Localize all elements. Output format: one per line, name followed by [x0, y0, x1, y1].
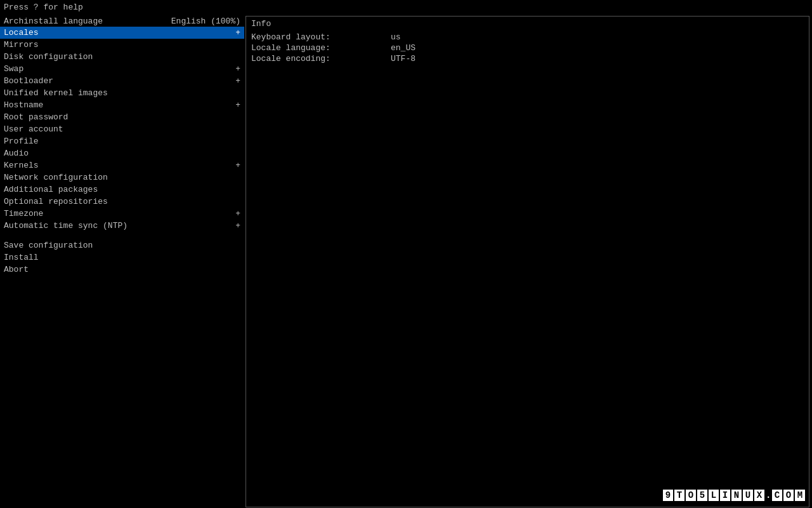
- menu-item-user-account[interactable]: User account: [0, 123, 244, 135]
- info-val-1: en_US: [391, 43, 416, 53]
- action-label-abort: Abort: [4, 265, 240, 274]
- watermark-char: I: [720, 490, 730, 501]
- menu-item-label-root-password: Root password: [4, 112, 235, 122]
- menu-item-additional-packages[interactable]: Additional packages: [0, 184, 244, 196]
- menu-item-network-config[interactable]: Network configuration: [0, 171, 244, 184]
- menu-item-value-profile: [235, 137, 240, 146]
- menu-item-locales[interactable]: Locales+: [0, 27, 244, 39]
- menu-item-kernels[interactable]: Kernels+: [0, 159, 244, 171]
- menu-item-value-network-config: [235, 173, 240, 182]
- menu-item-label-user-account: User account: [4, 124, 235, 134]
- actions-list: Save configurationInstallAbort: [0, 239, 244, 276]
- info-title: Info: [251, 19, 804, 29]
- info-lines: Keyboard layout:usLocale language:en_USL…: [251, 32, 804, 64]
- info-line-2: Locale encoding:UTF-8: [251, 54, 804, 64]
- menu-item-value-timezone: +: [230, 209, 240, 218]
- menu-item-swap[interactable]: Swap+: [0, 63, 244, 75]
- menu-item-label-bootloader: Bootloader: [4, 76, 230, 86]
- menu-item-value-audio: [235, 149, 240, 158]
- watermark-char: 5: [697, 490, 707, 501]
- menu-item-disk-config[interactable]: Disk configuration: [0, 51, 244, 63]
- action-save-config[interactable]: Save configuration: [0, 239, 244, 251]
- info-line-0: Keyboard layout:us: [251, 32, 804, 42]
- info-line-1: Locale language:en_US: [251, 43, 804, 53]
- menu-item-value-hostname: +: [230, 100, 240, 110]
- menu-item-label-disk-config: Disk configuration: [4, 52, 235, 62]
- menu-item-value-additional-packages: [235, 185, 240, 194]
- info-key-1: Locale language:: [251, 43, 391, 53]
- archinstall-language-label: Archinstall language: [4, 17, 103, 26]
- header-text: Press ? for help: [4, 3, 83, 12]
- menu-item-unified-kernel[interactable]: Unified kernel images: [0, 87, 244, 99]
- info-val-2: UTF-8: [391, 54, 416, 64]
- menu-item-value-mirrors: [235, 40, 240, 50]
- menu-item-bootloader[interactable]: Bootloader+: [0, 75, 244, 87]
- info-key-2: Locale encoding:: [251, 54, 391, 64]
- action-label-save-config: Save configuration: [4, 241, 240, 250]
- watermark-char: C: [772, 490, 782, 501]
- menu-item-label-locales: Locales: [4, 28, 230, 37]
- menu-item-label-optional-repos: Optional repositories: [4, 197, 235, 206]
- watermark-char: O: [686, 490, 696, 501]
- watermark-char: M: [795, 490, 805, 501]
- menu-item-label-network-config: Network configuration: [4, 173, 235, 182]
- info-key-0: Keyboard layout:: [251, 32, 391, 42]
- menu-item-value-kernels: +: [230, 161, 240, 170]
- archinstall-language-value: English (100%): [171, 17, 240, 26]
- menu-item-label-hostname: Hostname: [4, 100, 230, 110]
- watermark-char: U: [743, 490, 753, 501]
- menu-item-value-disk-config: [235, 52, 240, 62]
- menu-item-value-bootloader: +: [230, 76, 240, 86]
- menu-item-value-user-account: [235, 124, 240, 134]
- menu-item-value-swap: +: [230, 64, 240, 74]
- menu-item-root-password[interactable]: Root password: [0, 111, 244, 123]
- watermark-char: L: [709, 490, 719, 501]
- info-val-0: us: [391, 32, 401, 42]
- action-label-install: Install: [4, 253, 240, 262]
- menu-item-label-kernels: Kernels: [4, 161, 230, 170]
- action-install[interactable]: Install: [0, 251, 244, 264]
- action-abort[interactable]: Abort: [0, 264, 244, 276]
- menu-item-optional-repos[interactable]: Optional repositories: [0, 196, 244, 208]
- menu-item-label-additional-packages: Additional packages: [4, 185, 235, 194]
- info-panel: Info Keyboard layout:usLocale language:e…: [246, 16, 809, 507]
- menu-item-label-ntp: Automatic time sync (NTP): [4, 221, 230, 231]
- menu-item-label-mirrors: Mirrors: [4, 40, 235, 50]
- archinstall-language-row[interactable]: Archinstall language English (100%): [0, 16, 244, 27]
- watermark-char: .: [766, 490, 771, 501]
- menu-item-label-profile: Profile: [4, 137, 235, 146]
- watermark-char: N: [731, 490, 742, 501]
- watermark: 9TO5LINUX.COM: [662, 489, 806, 502]
- menu-item-label-unified-kernel: Unified kernel images: [4, 88, 235, 98]
- menu-item-audio[interactable]: Audio: [0, 147, 244, 159]
- watermark-char: X: [754, 490, 764, 501]
- menu-item-value-locales: +: [230, 28, 240, 37]
- menu-item-value-root-password: [235, 112, 240, 122]
- menu-item-value-unified-kernel: [235, 88, 240, 98]
- menu-item-timezone[interactable]: Timezone+: [0, 208, 244, 220]
- menu-item-profile[interactable]: Profile: [0, 135, 244, 147]
- menu-item-hostname[interactable]: Hostname+: [0, 99, 244, 111]
- watermark-char: 9: [663, 490, 673, 501]
- watermark-char: O: [783, 490, 794, 501]
- menu-item-label-audio: Audio: [4, 149, 235, 158]
- menu-item-ntp[interactable]: Automatic time sync (NTP)+: [0, 220, 244, 232]
- menu-item-label-timezone: Timezone: [4, 209, 230, 218]
- menu-item-mirrors[interactable]: Mirrors: [0, 39, 244, 51]
- menu-item-value-optional-repos: [235, 197, 240, 206]
- watermark-char: T: [674, 490, 684, 501]
- menu-item-label-swap: Swap: [4, 64, 230, 74]
- menu-item-value-ntp: +: [230, 221, 240, 231]
- menu-list: Locales+MirrorsDisk configurationSwap+Bo…: [0, 27, 244, 232]
